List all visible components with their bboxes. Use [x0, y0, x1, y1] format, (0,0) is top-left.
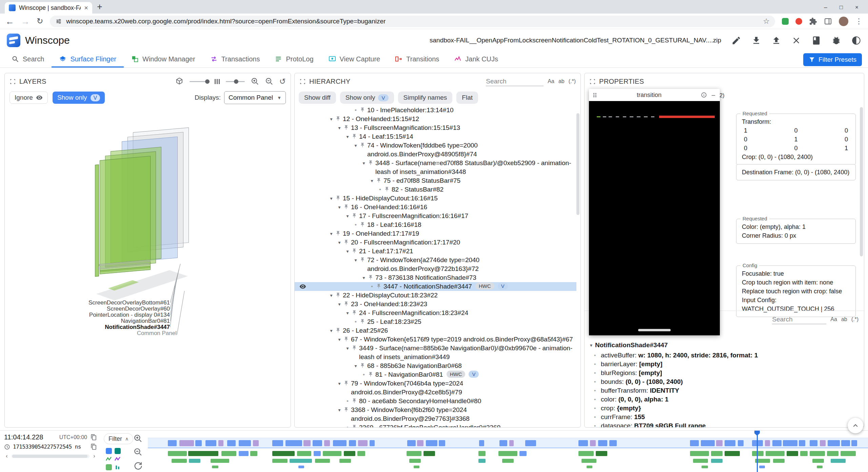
- tree-node[interactable]: ▾23 - OneHanded:18:23#23: [295, 300, 576, 309]
- download-icon[interactable]: [751, 36, 761, 45]
- property-item[interactable]: •activeBuffer: w: 1080, h: 2400, stride:…: [590, 351, 859, 360]
- expand-arrow-icon[interactable]: ▾: [327, 194, 335, 203]
- expand-arrow-icon[interactable]: ▾: [368, 176, 376, 185]
- tree-node[interactable]: •3369 - 67726bf EdgeBackGestureHandler0#…: [295, 423, 576, 427]
- property-item[interactable]: •crop: {empty}: [590, 404, 859, 413]
- trace-segment[interactable]: [498, 451, 517, 456]
- pin-icon[interactable]: [335, 231, 343, 237]
- match-case-toggle[interactable]: Aa: [548, 78, 554, 84]
- trace-segment[interactable]: [725, 451, 740, 456]
- extension-red-icon[interactable]: [795, 18, 802, 25]
- pin-icon[interactable]: [343, 380, 351, 387]
- pin-icon[interactable]: [343, 204, 351, 210]
- trace-segment[interactable]: [711, 451, 723, 456]
- trace-segment[interactable]: [581, 459, 597, 463]
- tree-node[interactable]: ▾74 - WindowToken{fdddbe6 type=2000 andr…: [295, 141, 576, 159]
- property-item[interactable]: •blurRegions: [empty]: [590, 369, 859, 377]
- pin-icon[interactable]: [360, 222, 367, 228]
- trace-segment[interactable]: [800, 451, 807, 456]
- tree-node[interactable]: •25 - Leaf:18:23#25: [295, 317, 576, 326]
- match-case-toggle[interactable]: Aa: [830, 316, 837, 322]
- ignore-button[interactable]: Ignore: [9, 92, 48, 104]
- trace-segment[interactable]: [841, 440, 850, 446]
- trace-segment[interactable]: [253, 440, 259, 446]
- tree-node[interactable]: ▾22 - HideDisplayCutout:18:23#22: [295, 291, 576, 300]
- zoom-out-icon[interactable]: [265, 77, 273, 85]
- trace-segment[interactable]: [423, 451, 435, 456]
- trace-segment[interactable]: [188, 451, 218, 456]
- timeline-canvas[interactable]: [148, 431, 868, 472]
- tab-transitions[interactable]: Transitions: [388, 52, 447, 67]
- tree-node[interactable]: ▾73 - 8736138 NotificationShade#73: [295, 273, 576, 282]
- trace-segment[interactable]: [250, 451, 257, 456]
- trace-segment[interactable]: [407, 440, 416, 446]
- trace-segment[interactable]: [772, 440, 782, 446]
- trace-segment[interactable]: [272, 451, 295, 456]
- pin-icon[interactable]: [360, 363, 367, 369]
- trace-icon-teal-bars[interactable]: [115, 464, 121, 470]
- trace-segment[interactable]: [168, 451, 186, 456]
- trace-segment[interactable]: [810, 440, 817, 446]
- trace-segment[interactable]: [479, 440, 484, 446]
- trace-segment[interactable]: [417, 440, 423, 446]
- expand-arrow-icon[interactable]: ▾: [327, 115, 335, 123]
- docs-icon[interactable]: [811, 36, 821, 45]
- trace-segment[interactable]: [609, 440, 616, 446]
- pin-icon[interactable]: [352, 345, 359, 351]
- pin-icon[interactable]: [384, 186, 392, 193]
- panel-drag-icon[interactable]: [589, 78, 596, 85]
- timeline-zoom-fit-icon[interactable]: [134, 461, 142, 470]
- show-only-v-button[interactable]: Show only V: [53, 92, 105, 104]
- pin-icon[interactable]: [376, 283, 383, 290]
- bug-report-icon[interactable]: [831, 36, 841, 45]
- trace-segment[interactable]: [333, 440, 347, 446]
- spacing-slider[interactable]: [226, 81, 245, 82]
- panel-drag-icon[interactable]: [9, 78, 16, 85]
- regex-toggle[interactable]: (.*): [569, 78, 576, 84]
- tree-node[interactable]: ▾72 - WindowToken{a2746de type=2040 andr…: [295, 256, 576, 273]
- trace-segment[interactable]: [502, 459, 514, 463]
- trace-segment[interactable]: [509, 440, 514, 446]
- trace-segment[interactable]: [827, 451, 839, 456]
- tree-node[interactable]: •3447 - NotificationShade#3447HWCV: [295, 282, 576, 291]
- tab-close-icon[interactable]: ×: [84, 4, 88, 12]
- hierarchy-scrollbar[interactable]: [576, 113, 579, 215]
- property-item[interactable]: •dataspace: BT709 sRGB Full range: [590, 421, 859, 428]
- pin-icon[interactable]: [352, 134, 359, 140]
- trace-segment[interactable]: [783, 440, 797, 446]
- tree-node[interactable]: ▾19 - OneHanded:17:17#19: [295, 229, 576, 238]
- collapse-arrow-icon[interactable]: ▾: [590, 342, 592, 348]
- trace-segment[interactable]: [426, 440, 437, 446]
- window-maximize-icon[interactable]: □: [833, 4, 849, 11]
- regex-toggle[interactable]: (.*): [851, 316, 859, 322]
- tree-node[interactable]: ▾13 - FullscreenMagnification:15:15#13: [295, 123, 576, 132]
- timeline-zoom-out-icon[interactable]: [134, 448, 142, 456]
- layer-label[interactable]: PointerLocation - display 0#134: [5, 312, 170, 318]
- tab-jank-cujs[interactable]: Jank CUJs: [447, 52, 506, 67]
- trace-segment[interactable]: [205, 440, 216, 446]
- match-word-toggle[interactable]: ab: [841, 316, 847, 322]
- expand-arrow-icon[interactable]: ▾: [343, 212, 352, 220]
- trace-segment[interactable]: [578, 440, 588, 446]
- reset-view-icon[interactable]: ↺: [279, 78, 286, 85]
- expand-arrow-icon[interactable]: ▾: [360, 273, 368, 282]
- side-panel-icon[interactable]: [824, 17, 832, 25]
- trace-segment[interactable]: [172, 459, 187, 463]
- layer-label[interactable]: Common Panel: [5, 330, 177, 336]
- trace-segment[interactable]: [212, 466, 218, 468]
- expand-arrow-icon[interactable]: ▾: [335, 203, 343, 212]
- expand-arrow-icon[interactable]: ▾: [327, 291, 335, 300]
- tree-node[interactable]: •80 - ace6abb SecondaryHomeHandle0#80: [295, 397, 576, 406]
- trace-segment[interactable]: [211, 459, 229, 463]
- trace-segment[interactable]: [285, 440, 302, 446]
- tree-node[interactable]: ▾3448 - Surface(name=ed70f88 StatusBar)/…: [295, 159, 576, 176]
- trace-segment[interactable]: [841, 451, 856, 456]
- simplify-names-button[interactable]: Simplify names: [398, 92, 453, 104]
- pin-icon[interactable]: [376, 178, 383, 184]
- trace-segment[interactable]: [693, 459, 708, 463]
- tab-protolog[interactable]: ProtoLog: [267, 52, 321, 67]
- property-item[interactable]: •bufferTransform: IDENTITY: [590, 386, 859, 395]
- pin-icon[interactable]: [343, 336, 351, 342]
- layer-rect-green-sliver[interactable]: [95, 164, 99, 277]
- panel-drag-icon[interactable]: [299, 78, 306, 85]
